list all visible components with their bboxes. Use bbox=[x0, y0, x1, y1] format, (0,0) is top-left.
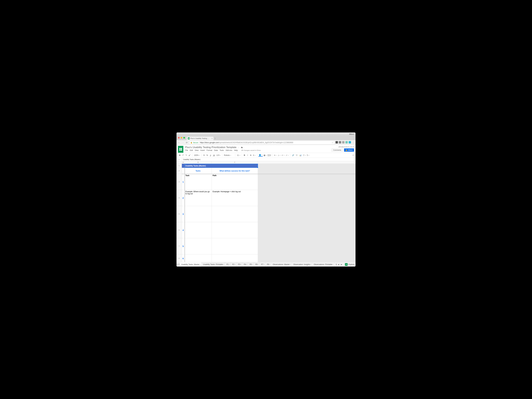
comments-button[interactable]: Comments bbox=[331, 148, 343, 152]
extension-icon[interactable] bbox=[336, 141, 338, 143]
chrome-menu-icon[interactable]: ⋮ bbox=[352, 141, 354, 144]
wrap-dropdown[interactable]: ↵ bbox=[281, 154, 285, 156]
undo-icon[interactable]: ↶ bbox=[182, 154, 184, 157]
grid-area[interactable]: Usability Tasks (Master) Tasks What defi… bbox=[182, 164, 355, 262]
row-header[interactable]: 6 bbox=[177, 222, 182, 238]
sheet-tab[interactable]: Usability Tasks: Printable▾ bbox=[202, 262, 225, 267]
close-window-icon[interactable] bbox=[178, 137, 180, 139]
formula-input[interactable]: Usability Tasks (Master) bbox=[182, 159, 202, 160]
all-sheets-button[interactable]: ☰ bbox=[178, 264, 180, 265]
sheet-tab[interactable]: P4▾ bbox=[242, 262, 248, 267]
cell-a2[interactable] bbox=[182, 168, 184, 174]
sheet-tab[interactable]: P6▾ bbox=[254, 262, 260, 267]
scroll-tabs-right-icon[interactable]: ▶ bbox=[340, 264, 343, 265]
chart-icon[interactable]: 📊 bbox=[299, 154, 302, 157]
link-icon[interactable]: 🔗 bbox=[291, 154, 295, 157]
cell-a1[interactable] bbox=[182, 165, 184, 166]
user-email[interactable]: allie@pixotech.com bbox=[338, 146, 353, 148]
cell-c4[interactable]: Example: Homepage > click log out bbox=[212, 190, 258, 206]
col-header-c[interactable]: C bbox=[212, 161, 258, 164]
fill-color-dropdown[interactable]: 🪣 bbox=[258, 154, 263, 157]
browser-tab[interactable]: ▦ Pixo's Usability Testing Prioriti × bbox=[187, 137, 214, 140]
zoom-dropdown[interactable]: 100% bbox=[194, 154, 200, 156]
font-dropdown[interactable]: Roboto bbox=[223, 154, 234, 156]
sheet-tab[interactable]: P1▾ bbox=[225, 262, 231, 267]
menu-tools[interactable]: Tools bbox=[220, 149, 224, 151]
back-button[interactable]: ← bbox=[178, 141, 180, 144]
cell-merged-title[interactable]: Usability Tasks (Master) bbox=[184, 164, 258, 167]
new-tab-button[interactable]: ⟩ bbox=[214, 137, 217, 140]
cell-a3[interactable]: 1 bbox=[182, 174, 184, 190]
extension-icon[interactable] bbox=[342, 141, 344, 143]
frozen-col-line[interactable] bbox=[184, 164, 185, 262]
frozen-row-line[interactable] bbox=[182, 174, 355, 174]
filter-dropdown[interactable]: ▽ bbox=[303, 154, 306, 156]
row-header[interactable]: 8 bbox=[177, 254, 182, 262]
doc-title[interactable]: Pixo's Usability Testing Prioritization … bbox=[185, 146, 236, 149]
cell-c2[interactable]: What defines success for this task? bbox=[212, 168, 258, 174]
select-all-corner[interactable] bbox=[177, 161, 182, 164]
extension-icon[interactable] bbox=[349, 141, 351, 143]
bookmark-star-icon[interactable]: ☆ bbox=[332, 141, 333, 144]
explore-button[interactable]: ✦Explore bbox=[343, 263, 355, 266]
menu-data[interactable]: Data bbox=[214, 149, 218, 151]
strike-button[interactable]: S bbox=[249, 154, 252, 157]
minimize-window-icon[interactable] bbox=[181, 137, 182, 139]
rotate-dropdown[interactable]: ⤢ bbox=[285, 154, 289, 156]
sheet-tab[interactable]: Observation: Insights▾ bbox=[292, 262, 312, 267]
collapse-toolbar-icon[interactable]: ᐱ bbox=[353, 154, 354, 156]
v-align-dropdown[interactable]: ⊥ bbox=[277, 154, 281, 156]
menu-edit[interactable]: Edit bbox=[190, 149, 193, 151]
menu-addons[interactable]: Add-ons bbox=[226, 149, 232, 151]
cell-c5[interactable] bbox=[212, 206, 258, 222]
cell-a4[interactable]: 2 bbox=[182, 190, 184, 206]
cell-c6[interactable] bbox=[212, 222, 258, 238]
bold-button[interactable]: B bbox=[243, 154, 246, 157]
font-size-dropdown[interactable]: 11 bbox=[236, 154, 241, 156]
sheet-tab[interactable]: Observations: Master▾ bbox=[271, 262, 292, 267]
menu-view[interactable]: View bbox=[195, 149, 199, 151]
cell-c7[interactable] bbox=[212, 238, 258, 254]
cell-b8[interactable] bbox=[184, 254, 212, 262]
sheet-tab[interactable]: P3▾ bbox=[237, 262, 242, 267]
comment-icon[interactable]: 🗨 bbox=[295, 154, 298, 157]
share-button[interactable]: 🔒Share bbox=[344, 148, 354, 152]
row-header[interactable]: 2 bbox=[177, 168, 182, 174]
sheet-tab[interactable]: P5▾ bbox=[248, 262, 254, 267]
sheet-tab[interactable]: Usability Tasks: Master▾ bbox=[180, 262, 202, 267]
row-header[interactable]: 4 bbox=[177, 190, 182, 206]
cell-b2[interactable]: Tasks bbox=[184, 168, 212, 174]
maximize-window-icon[interactable] bbox=[183, 137, 185, 139]
cell-b5[interactable] bbox=[184, 206, 212, 222]
cell-a7[interactable]: 5 bbox=[182, 238, 184, 254]
cell-b6[interactable] bbox=[184, 222, 212, 238]
format-percent-button[interactable]: % bbox=[206, 154, 209, 157]
add-sheet-button[interactable]: + bbox=[177, 263, 178, 266]
more-formats-dropdown[interactable]: 123 bbox=[216, 154, 221, 156]
cell-a5[interactable]: 3 bbox=[182, 206, 184, 222]
menu-insert[interactable]: Insert bbox=[200, 149, 205, 151]
cell-b7[interactable] bbox=[184, 238, 212, 254]
format-currency-button[interactable]: $ bbox=[203, 154, 205, 157]
reload-button[interactable]: ⟳ bbox=[185, 141, 188, 144]
increase-decimal-button[interactable]: .00 bbox=[212, 154, 215, 157]
paint-format-icon[interactable]: 🖌 bbox=[188, 154, 191, 157]
h-align-dropdown[interactable]: ≡ bbox=[274, 154, 277, 156]
sheet-tab[interactable]: P7▾ bbox=[260, 262, 266, 267]
cell-a8[interactable]: 6 bbox=[182, 254, 184, 262]
url-field[interactable]: 🔒 Secure | https://docs.google.com/sprea… bbox=[189, 141, 334, 144]
cell-b3[interactable]: Task bbox=[184, 174, 212, 190]
sheet-tab[interactable]: P2▾ bbox=[231, 262, 237, 267]
text-color-dropdown[interactable]: A bbox=[253, 154, 256, 156]
scroll-tabs-left-icon[interactable]: ◀ bbox=[337, 264, 340, 265]
merge-dropdown[interactable]: ⬚ bbox=[267, 154, 271, 156]
sheet-tab[interactable]: Matr bbox=[334, 262, 337, 267]
cell-c8[interactable] bbox=[212, 254, 258, 262]
print-icon[interactable]: 🖶 bbox=[178, 154, 181, 157]
move-folder-icon[interactable]: 🖿 bbox=[241, 146, 243, 148]
menu-format[interactable]: Format bbox=[207, 149, 212, 151]
sheet-tab[interactable]: Observations: Printable▾ bbox=[312, 262, 334, 267]
menu-file[interactable]: File bbox=[185, 149, 188, 151]
sheet-tab[interactable]: P8▾ bbox=[266, 262, 271, 267]
row-header[interactable]: 3 bbox=[177, 174, 182, 190]
